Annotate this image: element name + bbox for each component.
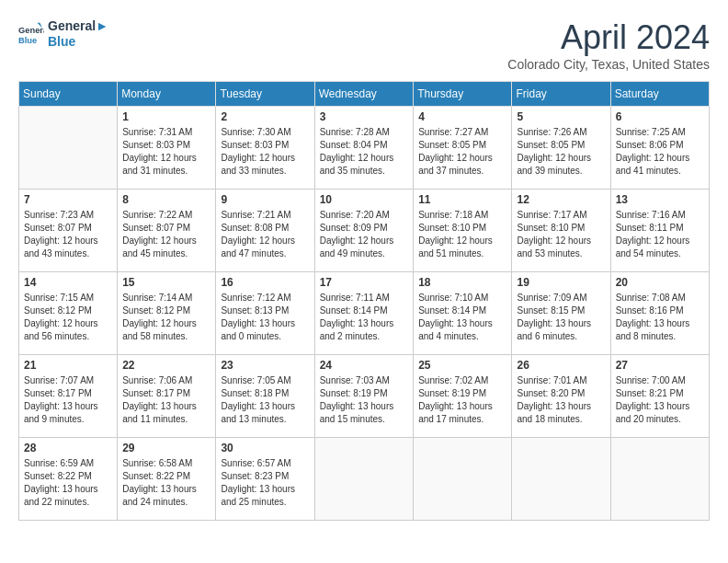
day-number: 5 [517,110,605,123]
day-info: Sunrise: 6:57 AM Sunset: 8:23 PM Dayligh… [221,457,309,509]
day-number: 22 [122,359,210,372]
day-info: Sunrise: 7:00 AM Sunset: 8:21 PM Dayligh… [616,374,704,426]
day-number: 23 [221,359,309,372]
day-info: Sunrise: 7:30 AM Sunset: 8:03 PM Dayligh… [221,126,309,178]
calendar-cell: 15Sunrise: 7:14 AM Sunset: 8:12 PM Dayli… [118,272,216,355]
calendar-cell: 14Sunrise: 7:15 AM Sunset: 8:12 PM Dayli… [19,272,118,355]
day-info: Sunrise: 7:12 AM Sunset: 8:13 PM Dayligh… [221,292,309,343]
calendar-cell: 21Sunrise: 7:07 AM Sunset: 8:17 PM Dayli… [19,355,118,438]
calendar-cell: 23Sunrise: 7:05 AM Sunset: 8:18 PM Dayli… [216,355,314,438]
day-number: 3 [320,110,409,123]
calendar-cell: 11Sunrise: 7:18 AM Sunset: 8:10 PM Dayli… [414,190,512,272]
logo-line2: Blue [48,34,108,50]
weekday-header-saturday: Saturday [610,82,709,107]
calendar-cell [414,438,512,521]
day-info: Sunrise: 7:01 AM Sunset: 8:20 PM Dayligh… [517,374,605,426]
calendar-cell: 19Sunrise: 7:09 AM Sunset: 8:15 PM Dayli… [512,272,610,355]
calendar-cell: 18Sunrise: 7:10 AM Sunset: 8:14 PM Dayli… [414,272,512,355]
calendar-cell: 1Sunrise: 7:31 AM Sunset: 8:03 PM Daylig… [118,107,216,190]
calendar-cell [512,438,610,521]
day-number: 24 [320,359,409,372]
calendar-cell: 20Sunrise: 7:08 AM Sunset: 8:16 PM Dayli… [610,272,709,355]
week-row-3: 21Sunrise: 7:07 AM Sunset: 8:17 PM Dayli… [19,355,710,438]
svg-text:General: General [18,26,44,35]
calendar-cell: 2Sunrise: 7:30 AM Sunset: 8:03 PM Daylig… [216,107,314,190]
day-info: Sunrise: 6:58 AM Sunset: 8:22 PM Dayligh… [122,457,210,509]
calendar-cell [610,438,709,521]
weekday-header-wednesday: Wednesday [314,82,414,107]
day-number: 15 [122,276,210,289]
month-year: April 2024 [507,18,710,57]
day-info: Sunrise: 7:09 AM Sunset: 8:15 PM Dayligh… [517,292,605,343]
week-row-0: 1Sunrise: 7:31 AM Sunset: 8:03 PM Daylig… [19,107,710,190]
calendar-cell: 3Sunrise: 7:28 AM Sunset: 8:04 PM Daylig… [314,107,414,190]
day-number: 2 [221,110,309,123]
day-info: Sunrise: 7:22 AM Sunset: 8:07 PM Dayligh… [122,209,210,260]
day-number: 9 [221,193,309,206]
logo-line1: General► [48,18,108,34]
day-info: Sunrise: 7:16 AM Sunset: 8:11 PM Dayligh… [616,209,704,260]
weekday-header-tuesday: Tuesday [216,82,314,107]
day-info: Sunrise: 7:14 AM Sunset: 8:12 PM Dayligh… [122,292,210,343]
day-number: 21 [24,359,112,372]
svg-text:Blue: Blue [18,36,37,45]
weekday-header-thursday: Thursday [414,82,512,107]
day-info: Sunrise: 7:23 AM Sunset: 8:07 PM Dayligh… [24,209,112,260]
calendar-cell [19,107,118,190]
day-info: Sunrise: 7:21 AM Sunset: 8:08 PM Dayligh… [221,209,309,260]
day-number: 26 [517,359,605,372]
day-info: Sunrise: 7:18 AM Sunset: 8:10 PM Dayligh… [418,209,506,260]
day-number: 17 [320,276,409,289]
calendar-cell: 10Sunrise: 7:20 AM Sunset: 8:09 PM Dayli… [314,190,414,272]
week-row-2: 14Sunrise: 7:15 AM Sunset: 8:12 PM Dayli… [19,272,710,355]
calendar-cell: 27Sunrise: 7:00 AM Sunset: 8:21 PM Dayli… [610,355,709,438]
calendar-cell: 12Sunrise: 7:17 AM Sunset: 8:10 PM Dayli… [512,190,610,272]
weekday-header-row: SundayMondayTuesdayWednesdayThursdayFrid… [19,82,710,107]
day-number: 20 [616,276,704,289]
calendar-cell: 7Sunrise: 7:23 AM Sunset: 8:07 PM Daylig… [19,190,118,272]
title-section: April 2024 Colorado City, Texas, United … [507,18,710,72]
day-info: Sunrise: 7:02 AM Sunset: 8:19 PM Dayligh… [418,374,506,426]
day-info: Sunrise: 7:15 AM Sunset: 8:12 PM Dayligh… [24,292,112,343]
day-number: 10 [320,193,409,206]
day-info: Sunrise: 7:20 AM Sunset: 8:09 PM Dayligh… [320,209,409,260]
day-info: Sunrise: 7:11 AM Sunset: 8:14 PM Dayligh… [320,292,409,343]
day-number: 14 [24,276,112,289]
day-number: 7 [24,193,112,206]
calendar: SundayMondayTuesdayWednesdayThursdayFrid… [18,81,710,521]
calendar-cell: 9Sunrise: 7:21 AM Sunset: 8:08 PM Daylig… [216,190,314,272]
day-info: Sunrise: 7:27 AM Sunset: 8:05 PM Dayligh… [418,126,506,178]
day-info: Sunrise: 7:05 AM Sunset: 8:18 PM Dayligh… [221,374,309,426]
logo-icon: General Blue [18,21,44,47]
day-number: 27 [616,359,704,372]
day-number: 30 [221,442,309,454]
calendar-cell: 13Sunrise: 7:16 AM Sunset: 8:11 PM Dayli… [610,190,709,272]
week-row-4: 28Sunrise: 6:59 AM Sunset: 8:22 PM Dayli… [19,438,710,521]
calendar-cell: 16Sunrise: 7:12 AM Sunset: 8:13 PM Dayli… [216,272,314,355]
calendar-cell [314,438,414,521]
calendar-cell: 24Sunrise: 7:03 AM Sunset: 8:19 PM Dayli… [314,355,414,438]
day-info: Sunrise: 7:07 AM Sunset: 8:17 PM Dayligh… [24,374,112,426]
location: Colorado City, Texas, United States [507,57,710,72]
day-info: Sunrise: 7:25 AM Sunset: 8:06 PM Dayligh… [616,126,704,178]
logo: General Blue General► Blue [18,18,108,50]
day-number: 25 [418,359,506,372]
calendar-cell: 30Sunrise: 6:57 AM Sunset: 8:23 PM Dayli… [216,438,314,521]
calendar-cell: 4Sunrise: 7:27 AM Sunset: 8:05 PM Daylig… [414,107,512,190]
calendar-cell: 8Sunrise: 7:22 AM Sunset: 8:07 PM Daylig… [118,190,216,272]
calendar-cell: 29Sunrise: 6:58 AM Sunset: 8:22 PM Dayli… [118,438,216,521]
calendar-cell: 5Sunrise: 7:26 AM Sunset: 8:05 PM Daylig… [512,107,610,190]
day-number: 18 [418,276,506,289]
day-number: 28 [24,442,112,454]
calendar-cell: 26Sunrise: 7:01 AM Sunset: 8:20 PM Dayli… [512,355,610,438]
day-info: Sunrise: 7:26 AM Sunset: 8:05 PM Dayligh… [517,126,605,178]
calendar-cell: 17Sunrise: 7:11 AM Sunset: 8:14 PM Dayli… [314,272,414,355]
day-info: Sunrise: 7:06 AM Sunset: 8:17 PM Dayligh… [122,374,210,426]
day-number: 6 [616,110,704,123]
day-number: 4 [418,110,506,123]
weekday-header-friday: Friday [512,82,610,107]
day-info: Sunrise: 6:59 AM Sunset: 8:22 PM Dayligh… [24,457,112,509]
day-info: Sunrise: 7:31 AM Sunset: 8:03 PM Dayligh… [122,126,210,178]
week-row-1: 7Sunrise: 7:23 AM Sunset: 8:07 PM Daylig… [19,190,710,272]
day-number: 8 [122,193,210,206]
